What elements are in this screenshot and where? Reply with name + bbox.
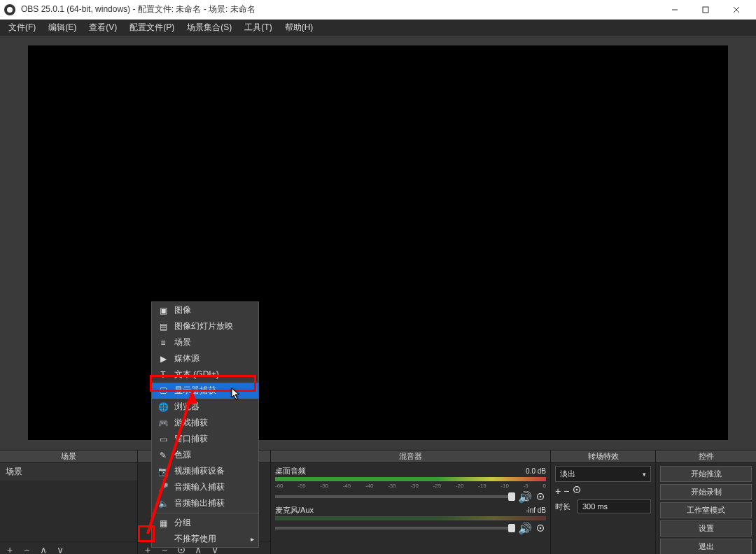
scenes-dock: 场景 场景 + − ∧ ∨	[0, 450, 138, 554]
mic-icon: 🎤	[158, 482, 169, 493]
maximize-button[interactable]	[690, 0, 721, 19]
transition-duration-label: 时长	[555, 502, 575, 512]
minimize-button[interactable]	[659, 0, 690, 19]
ctx-item-image[interactable]: ▣图像	[152, 302, 258, 318]
transition-settings-button[interactable]	[572, 485, 582, 497]
text-icon: T	[158, 369, 169, 381]
transition-add-button[interactable]: +	[555, 485, 561, 497]
controls-header: 控件	[656, 450, 756, 463]
mixer-meter	[275, 516, 546, 520]
remove-scene-button[interactable]: −	[20, 544, 34, 555]
start-recording-button[interactable]: 开始录制	[660, 484, 752, 500]
window-controls	[659, 0, 752, 19]
window-titlebar: OBS 25.0.1 (64-bit, windows) - 配置文件: 未命名…	[0, 0, 756, 20]
mixer-channel-name: 桌面音频	[275, 466, 306, 476]
add-scene-button[interactable]: +	[3, 544, 17, 555]
mixer-ticks: -60-55-50-45-40-35-30-25-20-15-10-50	[275, 483, 546, 489]
ctx-item-slideshow[interactable]: ▤图像幻灯片放映	[152, 318, 258, 334]
ctx-item-deprecated[interactable]: 不推荐使用▸	[152, 531, 258, 547]
svg-point-8	[540, 496, 542, 498]
play-icon: ▶	[158, 353, 169, 364]
speaker-icon[interactable]: 🔊	[519, 523, 531, 534]
ctx-item-scene[interactable]: ≡场景	[152, 334, 258, 350]
svg-point-10	[540, 527, 542, 530]
add-source-context-menu: ▣图像 ▤图像幻灯片放映 ≡场景 ▶媒体源 T文本 (GDI+) 🖵显示器捕获 …	[151, 301, 259, 548]
transition-remove-button[interactable]: −	[564, 485, 569, 497]
window-title: OBS 25.0.1 (64-bit, windows) - 配置文件: 未命名…	[21, 3, 659, 15]
exit-button[interactable]: 退出	[660, 539, 752, 554]
ctx-item-browser[interactable]: 🌐浏览器	[152, 399, 258, 415]
camera-icon: 📷	[158, 466, 169, 477]
ctx-item-color-source[interactable]: ✎色源	[152, 447, 258, 463]
ctx-item-display-capture[interactable]: 🖵显示器捕获	[152, 383, 258, 399]
ctx-separator	[152, 513, 258, 513]
svg-rect-2	[703, 7, 708, 13]
transition-header: 转场特效	[551, 450, 655, 463]
transition-dock: 转场特效 淡出 ▾ + − 时长 300 ms	[551, 450, 656, 554]
mixer-volume-slider[interactable]	[275, 527, 515, 530]
settings-button[interactable]: 设置	[660, 520, 752, 537]
studio-mode-button[interactable]: 工作室模式	[660, 502, 752, 518]
svg-point-6	[181, 548, 183, 551]
transition-body: 淡出 ▾ + − 时长 300 ms	[551, 463, 655, 554]
menu-tools[interactable]: 工具(T)	[239, 20, 277, 36]
mixer-channel-name: 麦克风/Aux	[275, 505, 314, 516]
mixer-header: 混音器	[271, 450, 550, 463]
transition-duration-input[interactable]: 300 ms	[578, 499, 651, 513]
menu-file[interactable]: 文件(F)	[3, 20, 41, 36]
speaker-out-icon: 🔈	[158, 498, 169, 509]
mixer-channel-db: -inf dB	[526, 506, 546, 514]
menu-view[interactable]: 查看(V)	[83, 20, 122, 36]
scene-up-button[interactable]: ∧	[36, 544, 50, 555]
close-button[interactable]	[721, 0, 752, 19]
svg-point-12	[576, 489, 578, 491]
gear-icon[interactable]	[535, 523, 546, 534]
list-icon: ≡	[158, 337, 169, 348]
chevron-down-icon: ▾	[643, 471, 646, 478]
globe-icon: 🌐	[158, 402, 169, 413]
mixer-channel-mic: 麦克风/Aux -inf dB 🔊	[275, 505, 546, 534]
image-icon: ▣	[158, 305, 169, 316]
ctx-item-audio-output[interactable]: 🔈音频输出捕获	[152, 495, 258, 511]
ctx-item-media[interactable]: ▶媒体源	[152, 350, 258, 367]
preview-canvas[interactable]	[28, 45, 728, 440]
menu-scene-collection[interactable]: 场景集合(S)	[181, 20, 237, 36]
mixer-volume-slider[interactable]	[275, 495, 515, 498]
menubar: 文件(F) 编辑(E) 查看(V) 配置文件(P) 场景集合(S) 工具(T) …	[0, 20, 756, 36]
app-icon	[4, 4, 15, 15]
transition-select[interactable]: 淡出 ▾	[555, 466, 651, 482]
slideshow-icon: ▤	[158, 321, 169, 332]
scene-down-button[interactable]: ∨	[53, 544, 67, 555]
transition-selected-label: 淡出	[560, 469, 575, 479]
ctx-item-game-capture[interactable]: 🎮游戏捕获	[152, 415, 258, 431]
mixer-meter	[275, 477, 546, 481]
scenes-list[interactable]: 场景	[0, 463, 137, 541]
monitor-icon: 🖵	[158, 385, 169, 397]
svg-point-0	[7, 7, 13, 13]
group-icon: ▦	[158, 518, 169, 529]
none-icon	[158, 534, 169, 545]
menu-help[interactable]: 帮助(H)	[279, 20, 319, 36]
docks-row: 场景 场景 + − ∧ ∨ 来源 + − ∧ ∨	[0, 450, 756, 554]
menu-edit[interactable]: 编辑(E)	[43, 20, 82, 36]
preview-area	[0, 36, 756, 450]
menu-profile[interactable]: 配置文件(P)	[124, 20, 180, 36]
mixer-channel-db: 0.0 dB	[526, 467, 546, 475]
scenes-toolbar: + − ∧ ∨	[0, 541, 137, 554]
ctx-item-window-capture[interactable]: ▭窗口捕获	[152, 431, 258, 447]
ctx-item-audio-input[interactable]: 🎤音频输入捕获	[152, 479, 258, 495]
scenes-header: 场景	[0, 450, 137, 463]
ctx-item-text[interactable]: T文本 (GDI+)	[152, 367, 258, 383]
start-streaming-button[interactable]: 开始推流	[660, 466, 752, 482]
chevron-right-icon: ▸	[251, 535, 254, 543]
gamepad-icon: 🎮	[158, 418, 169, 429]
scene-item[interactable]: 场景	[0, 463, 137, 481]
ctx-item-video-capture[interactable]: 📷视频捕获设备	[152, 463, 258, 479]
brush-icon: ✎	[158, 450, 169, 461]
speaker-icon[interactable]: 🔊	[519, 491, 531, 502]
ctx-item-group[interactable]: ▦分组	[152, 515, 258, 531]
gear-icon[interactable]	[535, 491, 546, 502]
controls-dock: 控件 开始推流 开始录制 工作室模式 设置 退出	[656, 450, 756, 554]
window-icon: ▭	[158, 434, 169, 445]
mixer-body: 桌面音频 0.0 dB -60-55-50-45-40-35-30-25-20-…	[271, 463, 550, 554]
